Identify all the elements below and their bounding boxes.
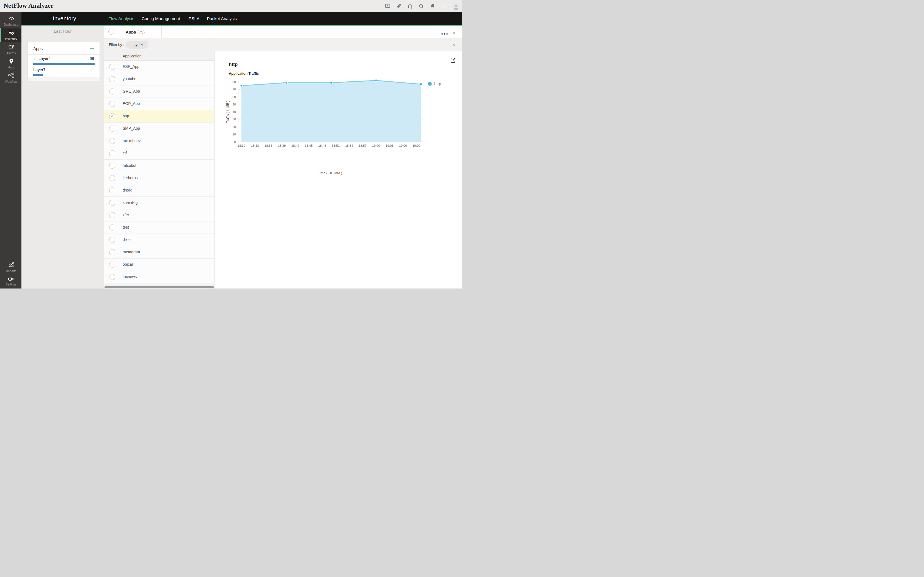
workflow-nodes-icon [8, 72, 15, 79]
application-radio[interactable] [109, 64, 115, 70]
application-row[interactable]: GRE_App [104, 85, 214, 98]
svg-text:18:39: 18:39 [278, 144, 286, 147]
svg-text:18:48: 18:48 [318, 144, 326, 147]
application-name: youtube [123, 77, 136, 81]
expand-chart-icon[interactable] [450, 57, 456, 64]
user-avatar[interactable] [452, 2, 460, 10]
application-radio[interactable] [109, 175, 115, 181]
time-range-selector[interactable]: Last Hour [21, 29, 104, 34]
filter-panel: Last Hour Apps + ✓Layer4 68 Layer7 11 [21, 26, 104, 288]
svg-text:18:36: 18:36 [265, 144, 273, 147]
application-row[interactable]: mit-ml-dev [104, 135, 214, 147]
application-row[interactable]: dixie [104, 234, 214, 246]
application-row[interactable]: objcall [104, 259, 214, 271]
application-row[interactable]: EGP_App [104, 98, 214, 110]
application-row[interactable]: ✓ http [104, 110, 214, 122]
video-tour-icon[interactable] [384, 3, 391, 9]
tab-config-management[interactable]: Config Management [142, 16, 180, 21]
layer4-label: Layer4 [39, 56, 51, 61]
application-radio[interactable] [109, 212, 115, 218]
application-radio[interactable] [109, 200, 115, 206]
sidebar-item-inventory[interactable]: Inventory [0, 28, 21, 42]
support-headset-icon[interactable] [407, 3, 413, 9]
tab-ipsla[interactable]: IPSLA [187, 16, 200, 21]
page-header: Inventory Flow Analysis Config Managemen… [21, 12, 462, 26]
alarm-bell-icon [8, 44, 15, 50]
sidebar-spacer [0, 85, 21, 260]
svg-text:50: 50 [233, 103, 236, 106]
application-radio[interactable] [109, 274, 115, 280]
application-row[interactable]: kerberos [104, 172, 214, 184]
application-row[interactable]: mfcobol [104, 160, 214, 172]
chart-legend-http[interactable]: http [428, 81, 441, 86]
application-row[interactable]: su-mit-tg [104, 197, 214, 209]
application-radio[interactable] [109, 163, 115, 169]
horizontal-scrollbar[interactable] [105, 286, 214, 288]
close-tab-icon[interactable]: ✕ [452, 31, 456, 36]
apps-tab[interactable]: Apps (79) [119, 26, 162, 38]
layer7-count: 11 [90, 68, 94, 72]
filter-chip-layer4[interactable]: Layer4 [126, 41, 148, 48]
settings-gear-icon[interactable]: ⚙ [441, 3, 447, 9]
legend-label: http [434, 81, 441, 86]
legend-dot [428, 82, 432, 86]
application-row[interactable]: SMP_App [104, 122, 214, 135]
search-icon[interactable] [418, 3, 424, 9]
sidebar-item-settings[interactable]: ⚙⚙ Settings [0, 274, 21, 288]
application-row[interactable]: test [104, 221, 214, 234]
application-radio[interactable] [109, 237, 115, 243]
application-radio[interactable] [109, 101, 115, 107]
application-row[interactable]: youtube [104, 73, 214, 85]
sidebar-item-alarms[interactable]: Alarms [0, 42, 21, 56]
svg-text:70: 70 [233, 88, 236, 91]
main-content: Apps (79) ✕ Filter by : Layer4 ✕ Applica… [104, 26, 462, 288]
svg-text:30: 30 [233, 118, 236, 121]
application-name: dixie [123, 237, 131, 242]
application-radio[interactable] [109, 150, 115, 156]
application-row[interactable]: xfer [104, 209, 214, 221]
application-radio[interactable] [109, 261, 115, 268]
apps-tab-label: Apps [126, 30, 136, 34]
launch-rocket-icon[interactable] [396, 3, 402, 9]
apps-card-title: Apps [33, 46, 43, 51]
application-radio[interactable] [109, 187, 115, 193]
header-tabs: Flow Analysis Config Management IPSLA Pa… [108, 12, 237, 25]
layer4-count: 68 [90, 56, 94, 61]
sidebar-item-maps[interactable]: Maps [0, 56, 21, 71]
application-row[interactable]: metagram [104, 246, 214, 259]
select-all-radio[interactable] [108, 29, 115, 35]
sidebar-item-reports[interactable]: Reports [0, 260, 21, 274]
clear-filter-icon[interactable]: ✕ [452, 43, 456, 47]
application-radio[interactable] [109, 76, 115, 82]
layer7-bar [33, 74, 43, 76]
sidebar-item-dashboard[interactable]: Dashboard [0, 13, 21, 28]
application-radio[interactable]: ✓ [109, 113, 115, 119]
application-radio[interactable] [109, 224, 115, 230]
filter-row-layer7[interactable]: Layer7 11 [28, 66, 100, 77]
chart-subtitle: Application Traffic [229, 72, 259, 76]
application-row[interactable]: ESP_App [104, 61, 214, 73]
application-radio[interactable] [109, 249, 115, 255]
application-row[interactable]: dnsix [104, 184, 214, 197]
application-row[interactable]: ctf [104, 147, 214, 160]
application-name: su-mit-tg [123, 200, 137, 205]
add-filter-button[interactable]: + [90, 46, 94, 51]
svg-text:19:00: 19:00 [372, 144, 380, 147]
reports-chart-icon [8, 261, 15, 268]
filter-row-layer4[interactable]: ✓Layer4 68 [28, 55, 100, 66]
application-radio[interactable] [109, 126, 115, 132]
more-options-icon[interactable] [441, 33, 448, 35]
sidebar-item-workflow[interactable]: Workflow [0, 71, 21, 85]
application-radio[interactable] [109, 89, 115, 95]
svg-text:18:54: 18:54 [345, 144, 353, 147]
notifications-bell-icon[interactable] [430, 3, 436, 9]
filter-by-label: Filter by : [109, 43, 124, 47]
application-row[interactable]: tacnews [104, 271, 214, 283]
application-name: kerberos [123, 176, 137, 180]
svg-text:18:57: 18:57 [359, 144, 367, 147]
application-rows: ESP_App youtube GRE_App EGP_App ✓ http S… [104, 61, 214, 283]
svg-text:20: 20 [233, 125, 236, 129]
application-radio[interactable] [109, 138, 115, 144]
tab-packet-analysis[interactable]: Packet Analysis [207, 16, 237, 21]
tab-flow-analysis[interactable]: Flow Analysis [108, 16, 134, 21]
